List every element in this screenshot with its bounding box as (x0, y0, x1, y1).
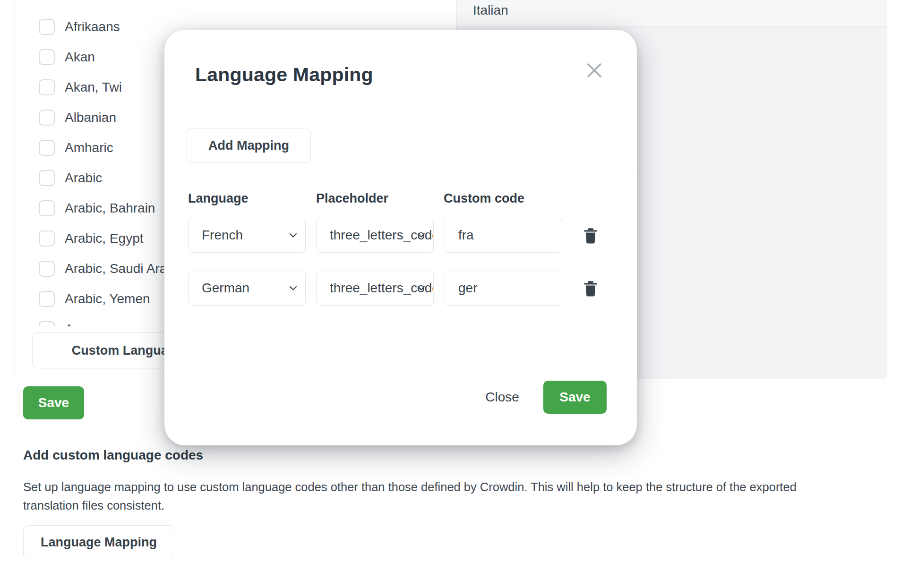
language-label: Albanian (65, 110, 116, 125)
language-mapping-button-label: Language Mapping (41, 535, 157, 550)
selected-language-label: Italian (473, 3, 508, 18)
chevron-down-icon (417, 233, 425, 238)
section-heading: Add custom language codes (23, 448, 203, 463)
modal-save-label: Save (559, 390, 590, 405)
modal-divider (164, 176, 637, 176)
language-label: Arabic, Bahrain (65, 201, 155, 216)
modal-close-text-button[interactable]: Close (476, 381, 528, 414)
custom-code-input[interactable] (444, 271, 562, 306)
language-label: Arabic (65, 170, 102, 186)
modal-title: Language Mapping (195, 64, 373, 86)
mapping-row: German three_letters_code (164, 271, 637, 306)
language-checkbox[interactable] (39, 321, 55, 326)
selected-language-row[interactable]: Italian (457, 0, 887, 27)
section-description: Set up language mapping to use custom la… (23, 478, 878, 514)
mapping-row: French three_letters_code (164, 218, 637, 253)
trash-icon (583, 227, 598, 244)
column-header-custom-code: Custom code (444, 191, 524, 206)
page-save-button[interactable]: Save (23, 386, 84, 419)
chevron-down-icon (289, 233, 297, 238)
add-mapping-label: Add Mapping (208, 138, 289, 153)
language-mapping-button[interactable]: Language Mapping (23, 525, 174, 559)
chevron-down-icon (289, 286, 297, 291)
modal-close-button[interactable] (583, 59, 606, 82)
language-mapping-modal: Language Mapping Add Mapping Language Pl… (164, 30, 637, 445)
language-label: Akan, Twi (65, 80, 122, 95)
column-header-language: Language (188, 191, 249, 206)
add-mapping-button[interactable]: Add Mapping (187, 128, 311, 163)
language-select[interactable]: German (188, 271, 306, 306)
language-checkbox[interactable] (39, 79, 55, 95)
chevron-down-icon (417, 286, 425, 291)
custom-code-input[interactable] (444, 218, 562, 253)
delete-mapping-button[interactable] (582, 279, 599, 298)
placeholder-select[interactable]: three_letters_code (316, 271, 434, 306)
language-select-value: French (202, 228, 243, 243)
language-checkbox[interactable] (39, 261, 55, 277)
language-label: Afrikaans (65, 19, 120, 34)
delete-mapping-button[interactable] (582, 226, 599, 245)
language-checkbox[interactable] (39, 19, 55, 35)
language-checkbox[interactable] (39, 140, 55, 156)
language-select-value: German (202, 281, 249, 296)
language-label: Akan (65, 50, 95, 65)
language-select[interactable]: French (188, 218, 306, 253)
language-label: Arabic, Yemen (65, 291, 150, 307)
column-header-placeholder: Placeholder (316, 191, 388, 206)
language-checkbox[interactable] (39, 49, 55, 65)
language-label: Arabic, Egypt (65, 231, 144, 246)
language-label: Aragonese (65, 322, 129, 326)
language-checkbox[interactable] (39, 170, 55, 186)
page-save-label: Save (38, 395, 69, 410)
modal-close-label: Close (485, 390, 519, 405)
language-checkbox[interactable] (39, 230, 55, 247)
language-checkbox[interactable] (39, 110, 55, 126)
close-icon (585, 61, 604, 80)
modal-save-button[interactable]: Save (543, 381, 607, 414)
language-checkbox[interactable] (39, 200, 55, 216)
language-checkbox[interactable] (39, 291, 55, 307)
language-label: Amharic (65, 140, 113, 155)
placeholder-select[interactable]: three_letters_code (316, 218, 434, 253)
trash-icon (583, 280, 598, 297)
